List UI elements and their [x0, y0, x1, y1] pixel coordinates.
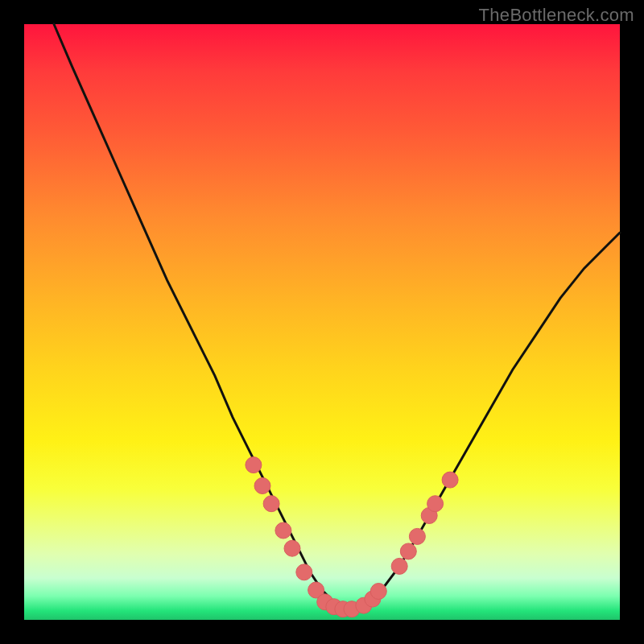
marker-dot — [409, 528, 425, 544]
curve-line — [54, 24, 620, 608]
chart-svg — [24, 24, 620, 620]
outer-frame: TheBottleneck.com — [0, 0, 644, 644]
bottleneck-curve — [54, 24, 620, 608]
marker-dot — [246, 457, 262, 473]
marker-dot — [263, 496, 279, 512]
marker-dot — [370, 584, 386, 600]
marker-dot — [442, 472, 458, 488]
marker-dot — [391, 558, 407, 574]
data-markers — [246, 457, 458, 617]
marker-dot — [400, 543, 416, 559]
plot-area — [24, 24, 620, 620]
marker-dot — [427, 496, 444, 512]
marker-dot — [275, 522, 291, 539]
watermark-text: TheBottleneck.com — [479, 5, 634, 26]
marker-dot — [284, 540, 300, 556]
marker-dot — [254, 478, 270, 494]
marker-dot — [296, 564, 312, 580]
